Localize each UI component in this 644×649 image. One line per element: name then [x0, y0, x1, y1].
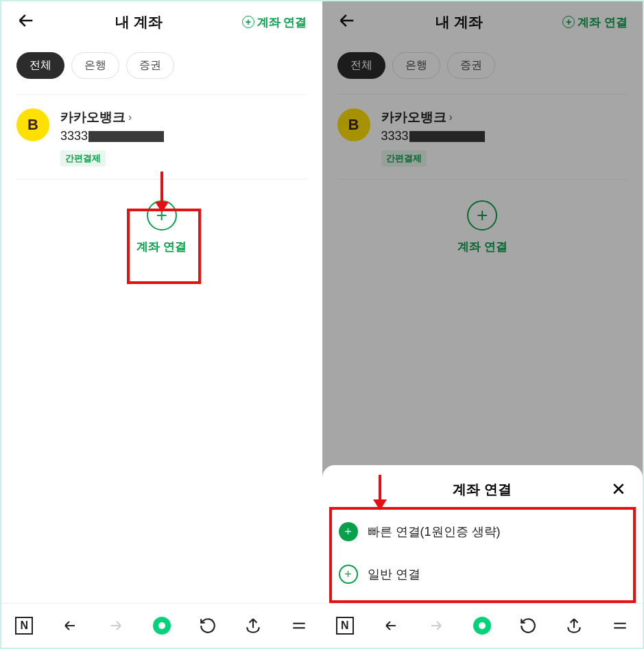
nav-refresh-icon[interactable]: [198, 615, 218, 636]
header: 내 계좌 + 계좌 연결: [1, 1, 322, 40]
screen-left: 내 계좌 + 계좌 연결 전체 은행 증권 B 카카오뱅크 › 3333 간편결…: [1, 1, 322, 648]
sheet-header: 계좌 연결 ✕: [335, 480, 631, 499]
bottom-nav: N: [322, 603, 643, 648]
link-account-action-label: 계좌 연결: [257, 14, 307, 30]
filter-chip-bank[interactable]: 은행: [71, 52, 119, 79]
nav-home-dot-icon[interactable]: [152, 615, 172, 636]
account-info: 카카오뱅크 › 3333 간편결제: [60, 108, 307, 167]
sheet-options: + 빠른 연결(1원인증 생략) + 일반 연결: [335, 522, 631, 584]
plus-outline-icon: +: [339, 565, 358, 584]
nav-forward-icon: [426, 615, 446, 636]
account-row[interactable]: B 카카오뱅크 › 3333 간편결제: [1, 95, 322, 179]
sheet-title: 계좌 연결: [453, 480, 512, 499]
nav-menu-icon[interactable]: [289, 615, 309, 636]
nav-home-icon[interactable]: N: [335, 615, 355, 636]
account-number-prefix: 3333: [60, 129, 88, 143]
link-account-action[interactable]: + 계좌 연결: [242, 14, 307, 30]
plus-filled-icon: +: [339, 522, 358, 541]
account-name-text: 카카오뱅크: [60, 108, 126, 126]
plus-icon: +: [242, 16, 254, 28]
add-account-label: 계좌 연결: [136, 239, 187, 255]
option-normal-link[interactable]: + 일반 연결: [339, 565, 627, 584]
account-name: 카카오뱅크 ›: [60, 108, 307, 126]
nav-home-icon[interactable]: N: [14, 615, 34, 636]
nav-share-icon[interactable]: [243, 615, 263, 636]
nav-back-icon[interactable]: [60, 615, 80, 636]
back-icon[interactable]: [16, 11, 36, 33]
filter-chip-all[interactable]: 전체: [16, 52, 64, 79]
close-icon[interactable]: ✕: [611, 479, 626, 500]
nav-back-icon[interactable]: [381, 615, 401, 636]
option-label: 빠른 연결(1원인증 생략): [368, 523, 501, 540]
filter-row: 전체 은행 증권: [1, 40, 322, 94]
add-account-section[interactable]: + 계좌 연결: [1, 180, 322, 268]
screen-right: 내 계좌 + 계좌 연결 전체 은행 증권 B 카카오뱅크 › 3333 간편결…: [322, 1, 643, 648]
filter-chip-securities[interactable]: 증권: [126, 52, 174, 79]
bottom-nav: N: [1, 603, 322, 648]
nav-share-icon[interactable]: [564, 615, 584, 636]
nav-forward-icon: [106, 615, 126, 636]
bottom-sheet: 계좌 연결 ✕ + 빠른 연결(1원인증 생략) + 일반 연결: [322, 465, 643, 603]
svg-marker-5: [373, 499, 387, 510]
page-title: 내 계좌: [115, 12, 163, 32]
bank-avatar: B: [16, 108, 49, 141]
nav-refresh-icon[interactable]: [518, 615, 538, 636]
annotation-box: [329, 507, 636, 603]
account-number: 3333: [60, 129, 307, 143]
nav-menu-icon[interactable]: [610, 615, 630, 636]
nav-home-dot-icon[interactable]: [472, 615, 492, 636]
option-label: 일반 연결: [368, 566, 420, 582]
option-quick-link[interactable]: + 빠른 연결(1원인증 생략): [339, 522, 627, 541]
account-number-mask: [88, 131, 164, 142]
plus-circle-icon: +: [147, 200, 177, 231]
easy-payment-badge: 간편결제: [60, 150, 106, 167]
chevron-right-icon: ›: [128, 111, 132, 123]
